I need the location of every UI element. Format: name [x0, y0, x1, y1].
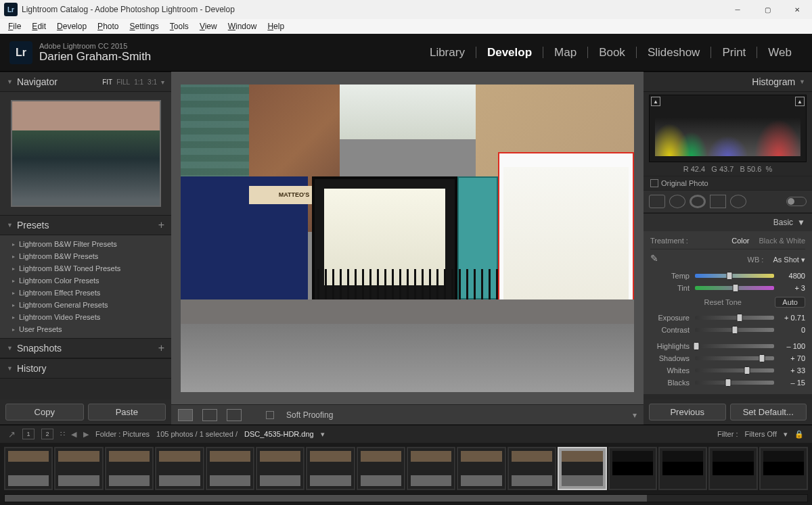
original-photo-checkbox[interactable] [650, 179, 658, 187]
exposure-slider[interactable] [695, 316, 774, 320]
preset-folder[interactable]: Lightroom Video Presets [0, 311, 171, 323]
menu-file[interactable]: File [3, 20, 26, 32]
original-photo-row[interactable]: Original Photo [644, 176, 812, 190]
menu-develop[interactable]: Develop [51, 20, 92, 32]
preset-folder[interactable]: Lightroom General Presets [0, 299, 171, 311]
spot-removal-icon[interactable] [669, 195, 685, 208]
preset-folder[interactable]: Lightroom Color Presets [0, 274, 171, 287]
history-panel-header[interactable]: ▼ History [0, 358, 171, 379]
menu-help[interactable]: Help [262, 20, 290, 32]
radial-filter-icon[interactable] [730, 195, 746, 208]
presets-add-icon[interactable]: + [158, 220, 164, 231]
nav-zoom-menu-icon[interactable]: ▾ [161, 78, 164, 86]
filmstrip-scrollbar[interactable] [4, 494, 808, 502]
previous-button[interactable]: Previous [649, 404, 726, 420]
filter-dropdown-icon[interactable]: ▾ [784, 430, 788, 439]
panel-switch[interactable] [786, 197, 807, 206]
navigator-panel-header[interactable]: ▼ Navigator FIT FILL 1:1 3:1 ▾ [0, 72, 171, 92]
menu-tools[interactable]: Tools [164, 20, 194, 32]
menu-edit[interactable]: Edit [26, 20, 51, 32]
module-web[interactable]: Web [757, 47, 803, 58]
copy-button[interactable]: Copy [5, 404, 84, 420]
filename[interactable]: DSC_4535-HDR.dng [244, 430, 314, 438]
before-after-x-icon[interactable] [227, 409, 242, 421]
go-back-icon[interactable]: ◀ [71, 430, 76, 439]
reset-tone-label[interactable]: Reset Tone [671, 298, 775, 306]
thumbnail[interactable] [155, 447, 204, 490]
snapshots-add-icon[interactable]: + [158, 343, 164, 354]
folder-path[interactable]: Folder : Pictures [95, 430, 150, 438]
menu-view[interactable]: View [194, 20, 223, 32]
navigator-preview[interactable] [11, 100, 161, 207]
histogram[interactable]: ▲ ▲ [649, 95, 807, 162]
filter-dropdown[interactable]: Filters Off [745, 430, 777, 438]
thumbnail[interactable] [357, 447, 405, 490]
grid-icon[interactable]: ∷ [60, 430, 64, 439]
module-map[interactable]: Map [543, 47, 588, 58]
window-maximize-button[interactable]: ▢ [752, 0, 782, 19]
module-slideshow[interactable]: Slideshow [637, 47, 712, 58]
second-window-icon[interactable]: ↗ [8, 429, 16, 439]
wb-preset-dropdown[interactable]: As Shot ▾ [773, 256, 805, 264]
tint-value[interactable]: + 3 [780, 284, 805, 292]
toolbar-menu-icon[interactable]: ▾ [633, 410, 637, 420]
filter-lock-icon[interactable]: 🔒 [794, 430, 804, 439]
treatment-color[interactable]: Color [731, 237, 749, 245]
tint-slider[interactable] [695, 286, 774, 290]
wb-eyedropper-icon[interactable]: ✎ [650, 253, 664, 266]
thumbnail[interactable] [708, 447, 757, 490]
before-after-y-icon[interactable] [202, 409, 217, 421]
module-book[interactable]: Book [588, 47, 637, 58]
thumbnail[interactable] [457, 447, 505, 490]
shadows-value[interactable]: + 70 [780, 354, 805, 362]
preset-folder[interactable]: Lightroom B&W Filter Presets [0, 238, 171, 250]
window-close-button[interactable]: ✕ [782, 0, 812, 19]
paste-button[interactable]: Paste [88, 404, 166, 420]
basic-panel-header[interactable]: Basic ▼ [644, 213, 812, 231]
redeye-tool-icon[interactable] [690, 195, 706, 208]
thumbnail[interactable] [256, 447, 304, 490]
blacks-slider[interactable] [695, 381, 774, 385]
highlights-value[interactable]: – 100 [780, 342, 805, 350]
thumbnail[interactable] [206, 447, 254, 490]
thumbnail[interactable] [54, 447, 103, 490]
identity-plate[interactable]: Darien Graham-Smith [39, 50, 151, 64]
image-canvas-area[interactable]: MATTEO'S [171, 72, 644, 404]
loupe-view-icon[interactable] [178, 409, 193, 421]
module-print[interactable]: Print [711, 47, 757, 58]
contrast-slider[interactable] [695, 328, 774, 332]
go-forward-icon[interactable]: ▶ [83, 430, 89, 439]
preset-folder[interactable]: Lightroom B&W Toned Presets [0, 262, 171, 274]
temp-slider[interactable] [695, 274, 774, 278]
grid-view-1[interactable]: 1 [22, 429, 35, 439]
module-library[interactable]: Library [419, 47, 476, 58]
thumbnail[interactable] [306, 447, 355, 490]
module-develop[interactable]: Develop [476, 47, 543, 58]
set-default-button[interactable]: Set Default... [730, 404, 807, 420]
grad-filter-icon[interactable] [710, 195, 726, 208]
treatment-bw[interactable]: Black & White [759, 237, 805, 245]
exposure-value[interactable]: + 0.71 [780, 314, 805, 322]
thumbnail[interactable] [658, 447, 707, 490]
thumbnail-strip[interactable] [0, 443, 812, 494]
window-minimize-button[interactable]: ─ [723, 0, 752, 19]
main-image[interactable]: MATTEO'S [181, 85, 634, 392]
menu-window[interactable]: Window [223, 20, 263, 32]
thumbnail[interactable] [407, 447, 455, 490]
menu-settings[interactable]: Settings [124, 20, 164, 32]
menu-photo[interactable]: Photo [92, 20, 124, 32]
filename-dropdown-icon[interactable]: ▾ [321, 430, 325, 439]
preset-folder[interactable]: Lightroom Effect Presets [0, 287, 171, 299]
presets-panel-header[interactable]: ▼ Presets + [0, 215, 171, 235]
grid-view-2[interactable]: 2 [41, 429, 53, 439]
snapshots-panel-header[interactable]: ▼ Snapshots + [0, 338, 171, 358]
preset-folder[interactable]: User Presets [0, 323, 171, 335]
thumbnail[interactable] [4, 447, 53, 490]
highlights-slider[interactable] [695, 344, 774, 348]
thumbnail-selected[interactable] [558, 447, 606, 490]
whites-slider[interactable] [695, 368, 774, 372]
preset-folder[interactable]: Lightroom B&W Presets [0, 250, 171, 262]
thumbnail[interactable] [759, 447, 808, 490]
histogram-panel-header[interactable]: Histogram ▼ [644, 72, 812, 92]
nav-fit[interactable]: FIT [102, 78, 112, 86]
